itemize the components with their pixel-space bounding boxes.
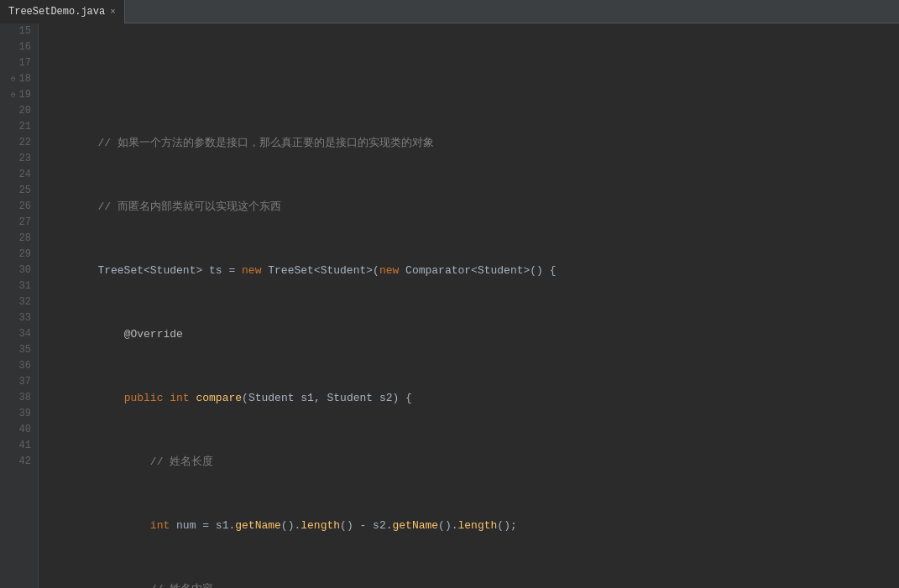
line-num-37: 37 (3, 374, 31, 390)
code-editor[interactable]: // 如果一个方法的参数是接口，那么真正要的是接口的实现类的对象 // 而匿名内… (39, 23, 899, 588)
tab-close-button[interactable]: × (110, 7, 116, 17)
line-num-21: 21 (3, 119, 31, 135)
code-line-21: // 姓名长度 (45, 454, 899, 470)
line-num-15: 15 (3, 23, 31, 39)
line-num-31: 31 (3, 278, 31, 294)
code-line-16: // 如果一个方法的参数是接口，那么真正要的是接口的实现类的对象 (45, 135, 899, 151)
line-num-24: 24 (3, 167, 31, 183)
line-num-32: 32 (3, 294, 31, 310)
line-numbers: 15 16 17 ⊖18 ⊖19 20 21 22 23 24 25 26 27… (0, 23, 39, 588)
line-num-40: 40 (3, 422, 31, 438)
line-num-42: 42 (3, 454, 31, 470)
line-num-17: 17 (3, 55, 31, 71)
line-num-38: 38 (3, 390, 31, 406)
line-num-29: 29 (3, 247, 31, 263)
code-line-20: public int compare(Student s1, Student s… (45, 390, 899, 406)
active-tab[interactable]: TreeSetDemo.java × (0, 0, 125, 23)
line-num-39: 39 (3, 406, 31, 422)
line-num-16: 16 (3, 39, 31, 55)
code-area: 15 16 17 ⊖18 ⊖19 20 21 22 23 24 25 26 27… (0, 23, 899, 588)
line-num-30: 30 (3, 263, 31, 278)
code-line-22: int num = s1.getName().length() - s2.get… (45, 518, 899, 533)
tab-label: TreeSetDemo.java (8, 6, 105, 18)
line-num-34: 34 (3, 326, 31, 342)
line-num-28: 28 (3, 231, 31, 247)
line-num-27: 27 (3, 215, 31, 231)
line-num-22: 22 (3, 135, 31, 151)
editor-window: TreeSetDemo.java × 15 16 17 ⊖18 ⊖19 20 2… (0, 0, 899, 588)
code-line-19: @Override (45, 326, 899, 342)
line-num-19: ⊖19 (3, 87, 31, 103)
code-line-17: // 而匿名内部类就可以实现这个东西 (45, 199, 899, 215)
line-num-33: 33 (3, 310, 31, 326)
line-num-35: 35 (3, 342, 31, 358)
line-num-41: 41 (3, 438, 31, 454)
line-num-36: 36 (3, 358, 31, 374)
code-line-23: // 姓名内容 (45, 581, 899, 588)
code-line-18: TreeSet<Student> ts = new TreeSet<Studen… (45, 263, 899, 278)
line-num-25: 25 (3, 183, 31, 199)
tab-bar: TreeSetDemo.java × (0, 0, 899, 23)
line-num-26: 26 (3, 199, 31, 215)
code-line-15 (45, 71, 899, 87)
line-num-20: 20 (3, 103, 31, 119)
line-num-23: 23 (3, 151, 31, 167)
line-num-18: ⊖18 (3, 71, 31, 87)
